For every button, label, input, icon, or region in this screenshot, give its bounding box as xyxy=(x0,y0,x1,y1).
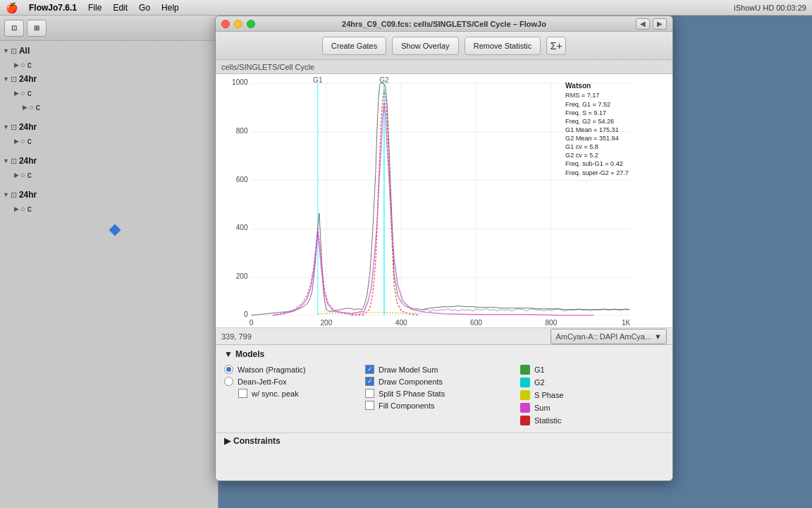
legend-sum: Sum xyxy=(520,403,605,413)
radio-watson[interactable]: Watson (Pragmatic) xyxy=(224,365,351,374)
svg-text:G1: G1 xyxy=(313,76,323,84)
sigma-button[interactable]: Σ+ xyxy=(546,37,566,55)
sidebar-item-c1[interactable]: ▶ ○ c xyxy=(0,58,218,72)
svg-text:Freq. S  = 9.17: Freq. S = 9.17 xyxy=(565,109,606,116)
fill-components-box xyxy=(365,401,374,410)
sidebar-item-c6[interactable]: ▶ ○ c xyxy=(0,202,218,216)
axis-selector[interactable]: AmCyan-A:: DAPI AmCya... ▼ xyxy=(550,329,667,344)
breadcrumb: cells/SINGLETS/Cell Cycle xyxy=(216,60,672,74)
window-nav-buttons: ◀ ▶ xyxy=(636,18,667,30)
fill-components-label: Fill Components xyxy=(379,401,434,410)
svg-text:800: 800 xyxy=(236,127,248,135)
sidebar-item-c3[interactable]: ▶ ○ c xyxy=(0,100,218,114)
radio-watson-circle xyxy=(224,365,233,374)
draw-model-sum-label: Draw Model Sum xyxy=(379,365,438,374)
sidebar-item-c5[interactable]: ▶ ○ c xyxy=(0,168,218,182)
models-title: Models xyxy=(235,349,264,359)
remove-statistic-button[interactable]: Remove Statistic xyxy=(465,37,541,55)
radio-sync-peak[interactable]: w/ sync. peak xyxy=(224,389,351,398)
sidebar-item-24hr-2[interactable]: ▼ ⊡ 24hr xyxy=(0,120,218,134)
draw-components-box: ✓ xyxy=(365,377,374,386)
svg-text:800: 800 xyxy=(545,319,557,327)
legend-sum-color xyxy=(520,403,530,413)
app-name: FlowJo7.6.1 xyxy=(29,3,77,13)
menu-edit[interactable]: Edit xyxy=(113,3,128,13)
main-window: 24hrs_C9_C09.fcs: cells/SINGLETS/Cell Cy… xyxy=(215,16,673,481)
close-button[interactable] xyxy=(221,20,230,28)
sidebar-item-all[interactable]: ▼ ⊡ All xyxy=(0,44,218,58)
minimize-button[interactable] xyxy=(234,20,242,28)
svg-text:400: 400 xyxy=(236,224,248,231)
svg-text:Freq. super-G2 = 27.7: Freq. super-G2 = 27.7 xyxy=(565,169,629,176)
legend-g1-color xyxy=(520,365,530,375)
show-overlay-button[interactable]: Show Overlay xyxy=(392,37,458,55)
checkbox-draw-components[interactable]: ✓ Draw Components xyxy=(365,377,506,386)
svg-text:G2 Mean = 351.94: G2 Mean = 351.94 xyxy=(565,135,619,142)
models-panel: ▼ Models Watson (Pragmatic) Dean-Jett-Fo… xyxy=(216,345,672,433)
legend-g1-label: G1 xyxy=(534,365,545,374)
svg-text:600: 600 xyxy=(470,319,482,327)
nav-back-button[interactable]: ◀ xyxy=(636,18,650,30)
sidebar-item-c2[interactable]: ▶ ○ c xyxy=(0,86,218,100)
menubar-right: iShowU HD 00:03:29 xyxy=(734,4,806,12)
legend-s-phase-color xyxy=(520,390,530,400)
svg-text:1K: 1K xyxy=(622,319,631,327)
models-legend: G1 G2 S Phase Sum Statistic xyxy=(520,365,605,428)
legend-g2-color xyxy=(520,377,530,387)
split-s-phase-box xyxy=(365,389,374,398)
constraints-header[interactable]: ▶ Constraints xyxy=(224,436,664,446)
models-triangle[interactable]: ▼ xyxy=(224,349,233,359)
window-toolbar: Create Gates Show Overlay Remove Statist… xyxy=(216,32,672,60)
ishowu-info: iShowU HD 00:03:29 xyxy=(734,4,806,12)
sidebar-item-24hr-1[interactable]: ▼ ⊡ 24hr xyxy=(0,72,218,86)
toolbar-btn-2[interactable]: ⊞ xyxy=(27,20,47,37)
legend-statistic: Statistic xyxy=(520,416,605,425)
toolbar-btn-1[interactable]: ⊡ xyxy=(4,20,24,37)
svg-text:G1 cv  = 5.8: G1 cv = 5.8 xyxy=(565,143,598,150)
chart-area: 1000 800 600 400 200 0 0 200 400 600 800… xyxy=(216,74,672,328)
axis-dropdown-icon: ▼ xyxy=(654,332,662,341)
svg-text:400: 400 xyxy=(395,319,407,327)
sidebar-item-24hr-4[interactable]: ▼ ⊡ 24hr xyxy=(0,188,218,202)
menu-help[interactable]: Help xyxy=(161,3,179,13)
models-radio-group: Watson (Pragmatic) Dean-Jett-Fox w/ sync… xyxy=(224,365,351,428)
sidebar-tree: ▼ ⊡ All ▶ ○ c ▼ ⊡ 24hr ▶ ○ c ▶ ○ c ▼ ⊡ 2… xyxy=(0,41,218,508)
sidebar: ⊡ ⊞ ▼ ⊡ All ▶ ○ c ▼ ⊡ 24hr ▶ ○ c ▶ ○ c xyxy=(0,16,219,508)
maximize-button[interactable] xyxy=(247,20,255,28)
sidebar-item-c4[interactable]: ▶ ○ c xyxy=(0,134,218,148)
svg-text:Freq. sub-G1 = 0.42: Freq. sub-G1 = 0.42 xyxy=(565,160,623,167)
apple-menu[interactable]: 🍎 xyxy=(6,2,18,13)
legend-sum-label: Sum xyxy=(534,404,550,412)
sidebar-toolbar: ⊡ ⊞ xyxy=(0,16,218,41)
radio-djf-label: Dean-Jett-Fox xyxy=(238,377,287,386)
sync-peak-label: w/ sync. peak xyxy=(252,389,299,398)
window-controls xyxy=(221,20,255,28)
legend-g1: G1 xyxy=(520,365,605,375)
checkbox-draw-model-sum[interactable]: ✓ Draw Model Sum xyxy=(365,365,506,374)
svg-text:0: 0 xyxy=(250,319,254,327)
legend-g2: G2 xyxy=(520,377,605,387)
menu-file[interactable]: File xyxy=(88,3,102,13)
svg-text:600: 600 xyxy=(236,176,248,183)
draw-components-label: Draw Components xyxy=(379,377,443,386)
legend-statistic-color xyxy=(520,416,530,425)
checkbox-fill-components[interactable]: Fill Components xyxy=(365,401,506,410)
window-titlebar: 24hrs_C9_C09.fcs: cells/SINGLETS/Cell Cy… xyxy=(216,16,672,32)
nav-forward-button[interactable]: ▶ xyxy=(653,18,667,30)
constraints-title: Constraints xyxy=(233,436,281,446)
checkbox-split-s-phase[interactable]: Split S Phase Stats xyxy=(365,389,506,398)
legend-s-phase-label: S Phase xyxy=(534,391,564,399)
legend-g2-label: G2 xyxy=(534,378,545,387)
svg-text:200: 200 xyxy=(236,272,248,280)
sidebar-item-24hr-3[interactable]: ▼ ⊡ 24hr xyxy=(0,154,218,168)
menu-go[interactable]: Go xyxy=(139,3,150,13)
coord-display: 339, 799 AmCyan-A:: DAPI AmCya... ▼ xyxy=(216,328,672,345)
chart-svg: 1000 800 600 400 200 0 0 200 400 600 800… xyxy=(216,74,672,327)
models-header: ▼ Models xyxy=(224,349,664,359)
svg-text:G1 Mean = 175.31: G1 Mean = 175.31 xyxy=(565,126,619,133)
radio-dean-jett-fox[interactable]: Dean-Jett-Fox xyxy=(224,377,351,386)
constraints-triangle: ▶ xyxy=(224,436,230,446)
create-gates-button[interactable]: Create Gates xyxy=(322,37,386,55)
radio-djf-circle xyxy=(224,377,233,386)
draw-model-sum-box: ✓ xyxy=(365,365,374,374)
